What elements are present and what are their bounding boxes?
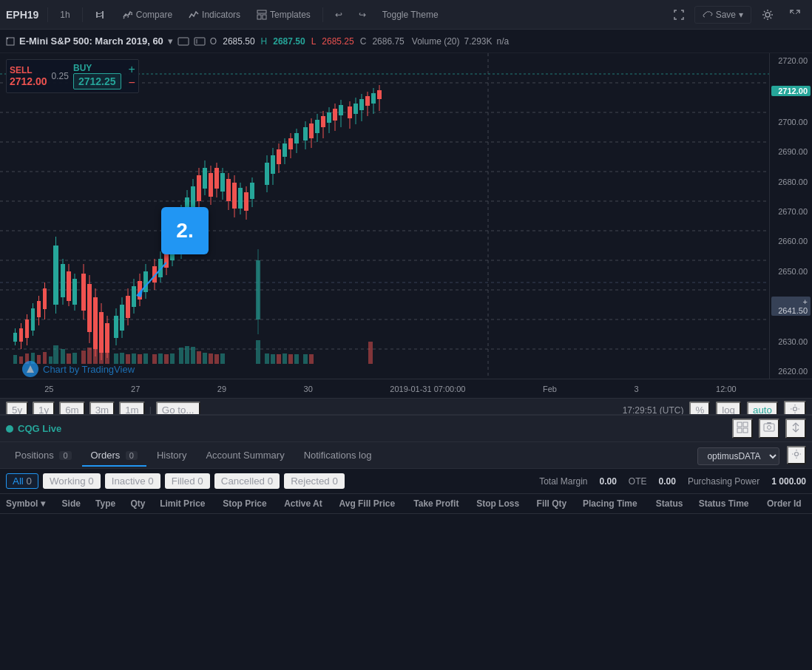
- period-3m[interactable]: 3m: [89, 402, 115, 414]
- save-btn[interactable]: Save ▾: [694, 6, 751, 24]
- col-side[interactable]: Side: [56, 494, 89, 514]
- col-order-id[interactable]: Order Id: [761, 494, 812, 514]
- time-30: 30: [304, 385, 313, 393]
- chart-settings-btn[interactable]: [784, 401, 806, 414]
- account-select[interactable]: optimusDATA: [697, 447, 779, 465]
- sell-label: SELL: [10, 65, 47, 75]
- col-status-time[interactable]: Status Time: [693, 494, 761, 514]
- svg-rect-1: [98, 13, 101, 14]
- undo-icon: ↩: [335, 10, 342, 20]
- compare-btn[interactable]: Compare: [117, 7, 178, 23]
- col-symbol[interactable]: Symbol ▾: [0, 494, 56, 514]
- col-stop-price[interactable]: Stop Price: [217, 494, 278, 514]
- indicators-btn[interactable]: Indicators: [183, 7, 246, 23]
- col-status[interactable]: Status: [650, 494, 693, 514]
- goto-btn[interactable]: Go to...: [156, 402, 200, 414]
- svg-rect-193: [737, 422, 742, 427]
- orders-header-row: Symbol ▾ Side Type Qty Limit Price Stop …: [0, 494, 812, 514]
- settings-gear-btn[interactable]: [756, 6, 779, 24]
- col-take-profit[interactable]: Take Profit: [407, 494, 470, 514]
- col-avg-fill-price[interactable]: Avg Fill Price: [333, 494, 407, 514]
- purchasing-power-label: Purchasing Power: [688, 476, 759, 487]
- time-29: 29: [217, 385, 226, 393]
- cqg-snapshot-btn[interactable]: [759, 419, 779, 439]
- col-qty[interactable]: Qty: [125, 494, 155, 514]
- toggle-theme-btn[interactable]: Toggle Theme: [376, 7, 444, 23]
- svg-rect-177: [214, 354, 219, 364]
- tab-account-summary[interactable]: Account Summary: [197, 445, 293, 467]
- tab-positions[interactable]: Positions 0: [6, 445, 81, 467]
- percent-label: %: [695, 405, 704, 414]
- svg-rect-13: [7, 38, 8, 39]
- svg-rect-15: [194, 38, 205, 45]
- svg-rect-196: [743, 428, 748, 433]
- tab-history[interactable]: History: [148, 445, 195, 467]
- svg-rect-2: [98, 16, 101, 17]
- total-margin-label: Total Margin: [539, 476, 587, 487]
- chart-title-chevron[interactable]: ▾: [168, 35, 173, 47]
- timeframe-btn[interactable]: 1h: [54, 7, 75, 23]
- filter-working[interactable]: Working 0: [43, 473, 101, 489]
- percent-btn[interactable]: %: [689, 402, 710, 414]
- filter-inactive-count: 0: [148, 476, 153, 487]
- svg-point-198: [768, 426, 771, 430]
- bar-type-btn[interactable]: [89, 6, 112, 24]
- log-btn[interactable]: log: [716, 402, 741, 414]
- chart-bar-icon: [194, 37, 206, 46]
- col-placing-time[interactable]: Placing Time: [577, 494, 650, 514]
- filter-inactive[interactable]: Inactive 0: [105, 473, 160, 489]
- col-stop-loss[interactable]: Stop Loss: [470, 494, 530, 514]
- qty-plus-btn[interactable]: +: [129, 64, 135, 75]
- svg-rect-14: [178, 38, 189, 45]
- undo-btn[interactable]: ↩: [329, 7, 348, 23]
- redo-btn[interactable]: ↪: [353, 7, 372, 23]
- svg-rect-8: [263, 15, 266, 19]
- ohlc-l-label: L: [311, 36, 317, 47]
- col-type[interactable]: Type: [89, 494, 124, 514]
- time-1200: 12:00: [716, 385, 737, 393]
- filter-filled[interactable]: Filled 0: [165, 473, 210, 489]
- nav-settings-btn[interactable]: [787, 446, 806, 464]
- cqg-expand-btn[interactable]: [785, 419, 806, 439]
- tab-notifications[interactable]: Notifications log: [295, 445, 381, 467]
- svg-rect-165: [138, 354, 142, 364]
- chart-svg: [0, 53, 769, 379]
- period-6m[interactable]: 6m: [59, 402, 85, 414]
- annotation-number: 2.: [176, 219, 193, 243]
- svg-rect-185: [294, 354, 299, 364]
- tab-positions-badge: 0: [59, 451, 71, 460]
- order-spread: 0.25: [52, 71, 69, 81]
- price-2650: 2650.00: [771, 267, 811, 276]
- ohlc-l-val: 2685.25: [322, 36, 353, 47]
- sep3: [322, 7, 323, 22]
- svg-rect-184: [288, 354, 293, 364]
- sep2: [82, 7, 83, 22]
- filter-rejected[interactable]: Rejected 0: [284, 473, 345, 489]
- col-active-at[interactable]: Active At: [278, 494, 333, 514]
- compare-icon: [123, 10, 133, 20]
- col-limit-price[interactable]: Limit Price: [154, 494, 217, 514]
- qty-minus-btn[interactable]: −: [129, 77, 135, 89]
- svg-rect-197: [764, 424, 774, 431]
- tv-watermark: Chart by TradingView: [22, 361, 135, 377]
- fullscreen-btn[interactable]: [668, 7, 690, 23]
- period-5y[interactable]: 5y: [6, 402, 28, 414]
- auto-btn[interactable]: auto: [747, 402, 778, 414]
- col-fill-qty[interactable]: Fill Qty: [531, 494, 577, 514]
- filter-all[interactable]: All 0: [6, 473, 38, 489]
- cqg-grid-btn[interactable]: [732, 419, 753, 439]
- filter-cancelled[interactable]: Cancelled 0: [214, 473, 280, 489]
- period-1y[interactable]: 1y: [33, 402, 55, 414]
- compare-label: Compare: [136, 10, 172, 20]
- tab-orders[interactable]: Orders 0: [82, 445, 146, 467]
- time-feb: Feb: [543, 385, 557, 393]
- time-labels: 25 27 29 30 2019-01-31 07:00:00 Feb 3 12…: [6, 385, 775, 393]
- period-1m[interactable]: 1m: [119, 402, 145, 414]
- save-chevron: ▾: [739, 10, 743, 20]
- expand-icon: [790, 10, 800, 20]
- templates-btn[interactable]: Templates: [251, 7, 317, 23]
- toggle-theme-label: Toggle Theme: [382, 10, 439, 20]
- price-2630: 2630.00: [771, 337, 811, 346]
- expand-btn[interactable]: [784, 7, 806, 23]
- main-toolbar: EPH19 1h Compare Indicators: [0, 0, 812, 30]
